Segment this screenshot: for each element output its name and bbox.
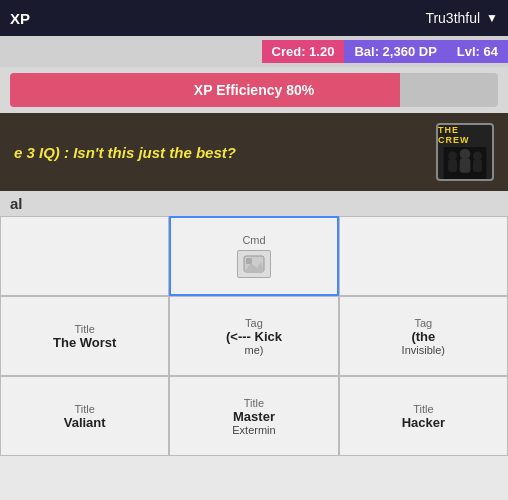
card-type-label: Tag	[245, 317, 263, 329]
top-bar: XP Tru3thful ▼	[0, 0, 508, 36]
svg-point-3	[460, 149, 471, 160]
xp-label: XP	[10, 10, 30, 27]
card-type-label: Title	[413, 403, 433, 415]
card-name-label: Valiant	[64, 415, 106, 430]
card-type-label: Tag	[414, 317, 432, 329]
crew-silhouette-icon	[441, 147, 489, 179]
crew-badge: THE CREW	[436, 123, 494, 181]
card-sub-label: Invisible)	[402, 344, 445, 356]
svg-rect-6	[473, 159, 482, 171]
card-empty-2[interactable]	[339, 216, 508, 296]
card-name-label: (the	[411, 329, 435, 344]
svg-point-5	[473, 151, 482, 160]
card-tag-invisible[interactable]: Tag (the Invisible)	[339, 296, 508, 376]
cards-row3: Title Valiant Title Master Extermin Titl…	[0, 376, 508, 456]
card-name-label: Hacker	[402, 415, 445, 430]
xp-bar-container: XP Efficiency 80%	[10, 73, 498, 107]
xp-bar-row: XP Efficiency 80%	[0, 67, 508, 113]
cards-row2: Title The Worst Tag (<--- Kick me) Tag (…	[0, 296, 508, 376]
crew-logo-text: THE CREW	[438, 125, 492, 145]
cred-badge: Cred: 1.20	[262, 40, 345, 63]
image-placeholder-icon	[243, 255, 265, 273]
card-type-label: Title	[74, 403, 94, 415]
card-name-label: (<--- Kick	[226, 329, 282, 344]
card-title-hacker[interactable]: Title Hacker	[339, 376, 508, 456]
user-area[interactable]: Tru3thful ▼	[425, 10, 498, 26]
card-type-label: Title	[244, 397, 264, 409]
cmd-card-inner: Cmd	[237, 234, 271, 278]
cmd-type-label: Cmd	[242, 234, 265, 246]
svg-rect-4	[460, 159, 471, 173]
svg-point-1	[448, 151, 457, 160]
card-name-label: The Worst	[53, 335, 116, 350]
chat-area: e 3 IQ) : Isn't this just the best? THE …	[0, 113, 508, 191]
bal-badge: Bal: 2,360 DP	[344, 40, 446, 63]
card-name-label: Master	[233, 409, 275, 424]
card-cmd[interactable]: Cmd	[169, 216, 340, 296]
card-title-worst[interactable]: Title The Worst	[0, 296, 169, 376]
cards-row1: Cmd	[0, 216, 508, 296]
card-sub-label: me)	[245, 344, 264, 356]
card-title-master[interactable]: Title Master Extermin	[169, 376, 338, 456]
card-sub-label: Extermin	[232, 424, 275, 436]
section-label: al	[0, 191, 508, 216]
cmd-icon	[237, 250, 271, 278]
card-empty[interactable]	[0, 216, 169, 296]
card-type-label: Title	[74, 323, 94, 335]
lvl-badge: Lvl: 64	[447, 40, 508, 63]
xp-bar-label: XP Efficiency 80%	[10, 73, 498, 107]
svg-rect-2	[448, 159, 457, 171]
card-tag-kick[interactable]: Tag (<--- Kick me)	[169, 296, 338, 376]
stats-bar: Cred: 1.20 Bal: 2,360 DP Lvl: 64	[0, 36, 508, 67]
dropdown-arrow-icon[interactable]: ▼	[486, 11, 498, 25]
chat-message: e 3 IQ) : Isn't this just the best?	[14, 144, 436, 161]
card-title-valiant[interactable]: Title Valiant	[0, 376, 169, 456]
username-label: Tru3thful	[425, 10, 480, 26]
